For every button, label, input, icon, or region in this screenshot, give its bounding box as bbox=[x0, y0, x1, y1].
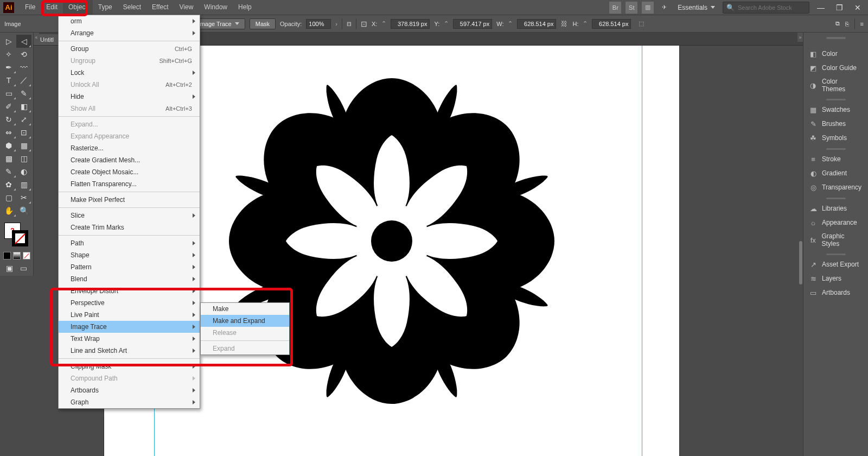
menuitem-artboards[interactable]: Artboards bbox=[59, 384, 200, 396]
scale-tool[interactable]: ⤢ bbox=[16, 113, 31, 126]
menuitem-image-trace[interactable]: Image Trace bbox=[59, 321, 200, 333]
color-mode-icon[interactable] bbox=[3, 252, 11, 259]
menu-view[interactable]: View bbox=[174, 0, 199, 15]
column-graph-tool[interactable]: ▥ bbox=[16, 178, 31, 191]
align-icon[interactable]: ⧉ bbox=[835, 20, 840, 27]
submenuitem-make[interactable]: Make bbox=[201, 303, 289, 315]
stock-button[interactable]: St bbox=[626, 2, 637, 14]
menu-select[interactable]: Select bbox=[118, 0, 146, 15]
menuitem-path[interactable]: Path bbox=[59, 237, 200, 249]
transform-icon[interactable]: ⧈ bbox=[347, 19, 352, 28]
menuitem-flatten-transparency-[interactable]: Flatten Transparency... bbox=[59, 178, 200, 190]
shaper-tool[interactable]: ✐ bbox=[1, 100, 16, 113]
menuitem-make-pixel-perfect[interactable]: Make Pixel Perfect bbox=[59, 194, 200, 206]
panel-graphic-styles[interactable]: fxGraphic Styles bbox=[803, 230, 868, 250]
menuitem-rasterize-[interactable]: Rasterize... bbox=[59, 142, 200, 154]
minimize-button[interactable]: — bbox=[814, 3, 828, 12]
panel-appearance[interactable]: ☼Appearance bbox=[803, 216, 868, 230]
panel-layers[interactable]: ≋Layers bbox=[803, 271, 868, 286]
submenuitem-make-and-expand[interactable]: Make and Expand bbox=[201, 315, 289, 327]
pen-tool[interactable]: ✒ bbox=[1, 61, 16, 74]
panel-grip[interactable] bbox=[826, 37, 846, 39]
change-screen-icon[interactable]: ▭ bbox=[17, 263, 29, 274]
menuitem-live-paint[interactable]: Live Paint bbox=[59, 309, 200, 321]
paintbrush-tool[interactable]: ✎ bbox=[16, 87, 31, 100]
menuitem-lock[interactable]: Lock bbox=[59, 67, 200, 79]
opacity-field[interactable]: 100% bbox=[306, 19, 331, 29]
panel-swatches[interactable]: ▦Swatches bbox=[803, 103, 868, 117]
close-button[interactable]: ✕ bbox=[851, 3, 865, 12]
workspace-switcher[interactable]: Essentials bbox=[674, 4, 718, 11]
menu-file[interactable]: File bbox=[20, 0, 41, 15]
fill-stroke-swatch[interactable]: ? bbox=[1, 220, 31, 251]
eyedropper-tool[interactable]: ✎ bbox=[1, 165, 16, 178]
menuitem-slice[interactable]: Slice bbox=[59, 210, 200, 221]
type-tool[interactable]: T bbox=[1, 74, 16, 87]
width-tool[interactable]: ⇔ bbox=[1, 126, 16, 139]
isolate-icon[interactable]: ⎘ bbox=[845, 21, 849, 27]
vertical-scrollbar[interactable] bbox=[796, 46, 803, 456]
panel-transparency[interactable]: ◎Transparency bbox=[803, 180, 868, 194]
menu-edit[interactable]: Edit bbox=[41, 0, 63, 15]
menu-window[interactable]: Window bbox=[199, 0, 233, 15]
line-tool[interactable]: ／ bbox=[16, 74, 31, 87]
curvature-tool[interactable]: 〰 bbox=[16, 61, 31, 74]
bridge-button[interactable]: Br bbox=[609, 2, 621, 14]
mesh-tool[interactable]: ▩ bbox=[1, 152, 16, 165]
magic-wand-tool[interactable]: ✧ bbox=[1, 48, 16, 61]
gradient-mode-icon[interactable] bbox=[13, 252, 21, 259]
shear-icon[interactable]: ⬚ bbox=[639, 20, 644, 27]
menu-object[interactable]: Object bbox=[63, 0, 93, 15]
gpu-button[interactable]: ✈ bbox=[658, 2, 670, 14]
free-transform-tool[interactable]: ⊡ bbox=[16, 126, 31, 139]
w-field[interactable]: 628.514 px bbox=[517, 19, 556, 29]
menuitem-envelope-distort[interactable]: Envelope Distort bbox=[59, 285, 200, 297]
selection-tool[interactable]: ▷ bbox=[1, 35, 16, 48]
blend-tool[interactable]: ◐ bbox=[16, 165, 31, 178]
rotate-tool[interactable]: ↻ bbox=[1, 113, 16, 126]
panel-libraries[interactable]: ☁Libraries bbox=[803, 201, 868, 216]
restore-button[interactable]: ❐ bbox=[832, 3, 846, 12]
menuitem-arrange[interactable]: Arrange bbox=[59, 27, 200, 39]
menuitem-text-wrap[interactable]: Text Wrap bbox=[59, 333, 200, 345]
panel-symbols[interactable]: ☘Symbols bbox=[803, 131, 868, 145]
eraser-tool[interactable]: ◧ bbox=[16, 100, 31, 113]
collapse-right-icon[interactable]: » bbox=[797, 33, 803, 42]
menuitem-pattern[interactable]: Pattern bbox=[59, 261, 200, 273]
menuitem-group[interactable]: GroupCtrl+G bbox=[59, 43, 200, 55]
menu-help[interactable]: Help bbox=[233, 0, 257, 15]
panel-asset-export[interactable]: ↗Asset Export bbox=[803, 257, 868, 271]
slice-tool[interactable]: ✂ bbox=[16, 191, 31, 204]
menuitem-transform[interactable]: orm bbox=[59, 15, 200, 27]
panel-stroke[interactable]: ≡Stroke bbox=[803, 152, 868, 166]
menuitem-create-gradient-mesh-[interactable]: Create Gradient Mesh... bbox=[59, 154, 200, 166]
gradient-tool[interactable]: ◫ bbox=[16, 152, 31, 165]
direct-selection-tool[interactable]: ◁ bbox=[16, 35, 31, 48]
menuitem-clipping-mask[interactable]: Clipping Mask bbox=[59, 360, 200, 372]
x-field[interactable]: 378.819 px bbox=[391, 19, 430, 29]
none-mode-icon[interactable] bbox=[23, 252, 30, 259]
menuitem-create-object-mosaic-[interactable]: Create Object Mosaic... bbox=[59, 166, 200, 178]
image-trace-button[interactable]: Image Trace bbox=[193, 18, 245, 29]
panel-color-themes[interactable]: ◑Color Themes bbox=[803, 75, 868, 96]
panel-menu-icon[interactable]: ≡ bbox=[860, 21, 864, 27]
zoom-tool[interactable]: 🔍 bbox=[16, 204, 31, 217]
menu-type[interactable]: Type bbox=[93, 0, 118, 15]
hand-tool[interactable]: ✋ bbox=[1, 204, 16, 217]
menuitem-line-and-sketch-art[interactable]: Line and Sketch Art bbox=[59, 345, 200, 357]
search-stock[interactable]: 🔍 bbox=[723, 2, 809, 14]
panel-brushes[interactable]: ✎Brushes bbox=[803, 117, 868, 131]
y-field[interactable]: 597.417 px bbox=[453, 19, 492, 29]
symbol-sprayer-tool[interactable]: ✿ bbox=[1, 178, 16, 191]
menu-effect[interactable]: Effect bbox=[146, 0, 174, 15]
lasso-tool[interactable]: ⟲ bbox=[16, 48, 31, 61]
mask-button[interactable]: Mask bbox=[250, 18, 276, 29]
h-field[interactable]: 628.514 px bbox=[592, 19, 631, 29]
menuitem-shape[interactable]: Shape bbox=[59, 249, 200, 261]
menuitem-perspective[interactable]: Perspective bbox=[59, 297, 200, 309]
menuitem-blend[interactable]: Blend bbox=[59, 273, 200, 285]
search-input[interactable] bbox=[738, 4, 803, 11]
panel-color-guide[interactable]: ◩Color Guide bbox=[803, 61, 868, 75]
arrange-docs-button[interactable]: ▥ bbox=[642, 2, 654, 14]
menuitem-create-trim-marks[interactable]: Create Trim Marks bbox=[59, 221, 200, 233]
